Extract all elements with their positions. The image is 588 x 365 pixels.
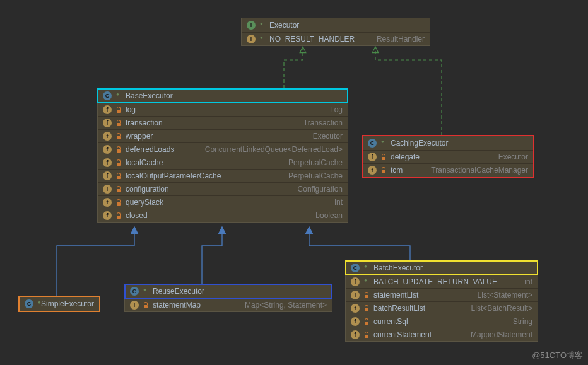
member-row: fbatchResultListList<BatchResult> (346, 301, 538, 315)
member-row: ftcmTransactionalCacheManager (363, 163, 533, 177)
public-icon (259, 36, 266, 42)
member-type: List<Statement> (470, 291, 532, 299)
class-title: SimpleExecutor (41, 299, 94, 308)
member-row: fqueryStackint (98, 195, 348, 209)
member-name: localCache (126, 158, 163, 167)
lock-icon (363, 292, 370, 298)
lock-icon (115, 212, 122, 219)
class-title: Executor (269, 21, 299, 30)
lock-icon (115, 173, 122, 179)
member-row: flogLog (98, 103, 348, 116)
member-type: int (327, 198, 343, 207)
field-icon: f (103, 119, 112, 127)
class-title: BatchExecutor (373, 264, 423, 272)
public-icon (380, 140, 387, 146)
public-icon (363, 279, 370, 285)
member-name: statementList (373, 291, 418, 299)
class-title: ReuseExecutor (153, 287, 204, 296)
member-name: closed (126, 211, 148, 220)
node-base-executor[interactable]: C BaseExecutor flogLogftransactionTransa… (97, 88, 348, 223)
watermark-text: @51CTO博客 (532, 350, 583, 361)
member-type: List<BatchResult> (464, 304, 532, 313)
class-title: CachingExecutor (391, 139, 448, 148)
node-batch-executor[interactable]: C BatchExecutor fBATCH_UPDATE_RETURN_VAL… (345, 260, 538, 342)
field-icon: f (351, 277, 360, 286)
member-name: localOutputParameterCache (126, 171, 221, 180)
member-row: fdelegateExecutor (363, 150, 533, 163)
class-title: BaseExecutor (126, 91, 173, 100)
member-type: PerpetualCache (281, 158, 343, 167)
member-name: delegate (391, 153, 420, 161)
member-type: Log (322, 105, 343, 114)
lock-icon (115, 199, 122, 206)
member-name: BATCH_UPDATE_RETURN_VALUE (373, 277, 497, 286)
member-name: NO_RESULT_HANDLER (269, 35, 355, 43)
lock-icon (115, 133, 122, 139)
member-type: boolean (308, 211, 343, 220)
member-type: Transaction (296, 119, 343, 127)
lock-icon (363, 332, 370, 338)
field-icon: f (103, 198, 112, 207)
node-header: C BatchExecutor (346, 261, 538, 275)
member-type: ResultHandler (369, 35, 425, 43)
member-name: configuration (126, 185, 169, 194)
member-row: fclosedboolean (98, 209, 348, 222)
member-row: fdeferredLoadsConcurrentLinkedQueue<Defe… (98, 142, 348, 156)
field-icon: f (351, 304, 360, 313)
member-row: fcurrentSqlString (346, 315, 538, 328)
member-name: currentSql (373, 317, 408, 326)
field-icon: f (351, 317, 360, 326)
member-row: fstatementMapMap<String, Statement> (125, 298, 332, 311)
class-icon: C (368, 139, 377, 148)
lock-icon (363, 318, 370, 325)
member-row: ftransactionTransaction (98, 116, 348, 129)
node-header: C SimpleExecutor (20, 297, 99, 311)
field-icon: f (368, 166, 377, 175)
lock-icon (363, 305, 370, 311)
member-name: currentStatement (373, 330, 432, 339)
field-icon: f (351, 330, 360, 339)
lock-icon (115, 186, 122, 192)
member-type: ConcurrentLinkedQueue<DeferredLoad> (197, 145, 343, 154)
class-icon: C (130, 287, 139, 296)
member-row: fwrapperExecutor (98, 129, 348, 142)
member-type: Configuration (290, 185, 343, 194)
member-type: String (505, 317, 532, 326)
member-name: queryStack (126, 198, 163, 207)
node-executor[interactable]: I Executor f NO_RESULT_HANDLER ResultHan… (241, 18, 430, 46)
node-caching-executor[interactable]: C CachingExecutor fdelegateExecutorftcmT… (362, 136, 534, 177)
public-icon (363, 265, 370, 271)
public-icon (115, 93, 122, 99)
node-simple-executor[interactable]: C SimpleExecutor (19, 296, 100, 311)
member-type: int (517, 277, 532, 286)
member-name: batchResultList (373, 304, 425, 313)
lock-icon (115, 120, 122, 126)
node-header: C ReuseExecutor (125, 284, 332, 298)
class-icon: C (351, 264, 360, 272)
class-icon: C (103, 91, 112, 100)
member-type: Executor (491, 153, 528, 161)
field-icon: f (103, 105, 112, 114)
member-name: deferredLoads (126, 145, 174, 154)
member-name: wrapper (126, 132, 153, 141)
field-icon: f (130, 301, 139, 310)
member-type: Executor (305, 132, 343, 141)
node-reuse-executor[interactable]: C ReuseExecutor fstatementMapMap<String,… (124, 284, 332, 312)
lock-icon (380, 154, 387, 160)
lock-icon (380, 167, 387, 173)
member-name: tcm (391, 166, 403, 175)
public-icon (143, 288, 149, 294)
member-type: MappedStatement (463, 330, 532, 339)
member-name: transaction (126, 119, 163, 127)
field-icon: f (103, 145, 112, 154)
field-icon: f (103, 158, 112, 167)
lock-icon (143, 302, 149, 308)
member-row: fBATCH_UPDATE_RETURN_VALUEint (346, 275, 538, 288)
member-row: flocalOutputParameterCachePerpetualCache (98, 169, 348, 182)
member-type: PerpetualCache (281, 171, 343, 180)
lock-icon (115, 159, 122, 166)
member-row: fcurrentStatementMappedStatement (346, 328, 538, 341)
member-row: fconfigurationConfiguration (98, 182, 348, 195)
field-icon: f (368, 153, 377, 161)
member-row: fstatementListList<Statement> (346, 288, 538, 301)
